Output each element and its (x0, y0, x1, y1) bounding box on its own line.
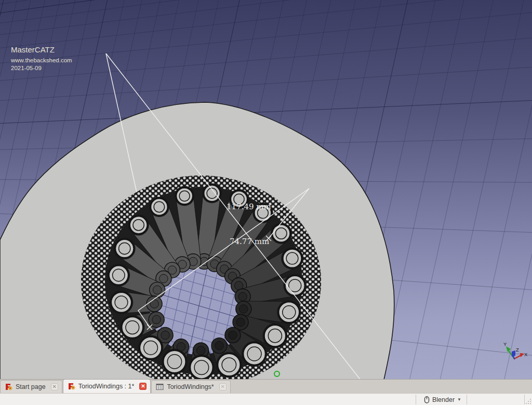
navigation-style-value: Blender (432, 396, 455, 403)
measurement-label-inner: 74.77 mm (230, 237, 269, 246)
tab-close-button[interactable]: ✕ (51, 383, 58, 390)
tab-label: ToriodWindings* (167, 383, 214, 390)
navigation-style-selector[interactable]: Blender ▼ (419, 395, 467, 404)
freecad-icon (5, 383, 12, 390)
mouse-icon (424, 396, 430, 403)
tab-close-button[interactable]: ✕ (219, 383, 227, 390)
statusbar-separator (467, 395, 467, 404)
watermark-date: 2021-05-09 (11, 65, 42, 71)
document-tab-bar: Start page ✕ ToriodWindings : 1* ✕ (0, 379, 532, 393)
z-axis-label: Z (516, 347, 519, 353)
freecad-icon (68, 383, 75, 390)
tab-toriodwindings-3d[interactable]: ToriodWindings : 1* ✕ (63, 379, 151, 393)
statusbar-separator (524, 395, 525, 404)
watermark-site: www.thebackshed.com (10, 57, 72, 63)
resize-grip[interactable] (526, 399, 531, 404)
measurement-label-outer: 117.49 mm (227, 202, 271, 211)
chevron-down-icon: ▼ (457, 397, 461, 402)
spreadsheet-icon (156, 383, 164, 390)
status-bar: Blender ▼ (0, 393, 532, 405)
statusbar-separator (416, 395, 416, 404)
watermark-author: MasterCATZ (11, 45, 55, 54)
tab-toriodwindings-spreadsheet[interactable]: ToriodWindings* ✕ (151, 380, 230, 393)
freecad-window: 117.49 mm 74.77 mm MasterCATZ www.thebac… (0, 0, 532, 405)
tab-close-button[interactable]: ✕ (139, 383, 147, 390)
tab-start-page[interactable]: Start page ✕ (0, 380, 62, 393)
y-axis-label: Y (503, 341, 507, 347)
x-axis-label: X (524, 352, 528, 357)
3d-viewport[interactable]: 117.49 mm 74.77 mm MasterCATZ www.thebac… (0, 0, 532, 379)
tab-label: Start page (16, 383, 46, 390)
tab-label: ToriodWindings : 1* (78, 383, 135, 390)
3d-scene-canvas[interactable]: 117.49 mm 74.77 mm MasterCATZ www.thebac… (0, 0, 532, 379)
